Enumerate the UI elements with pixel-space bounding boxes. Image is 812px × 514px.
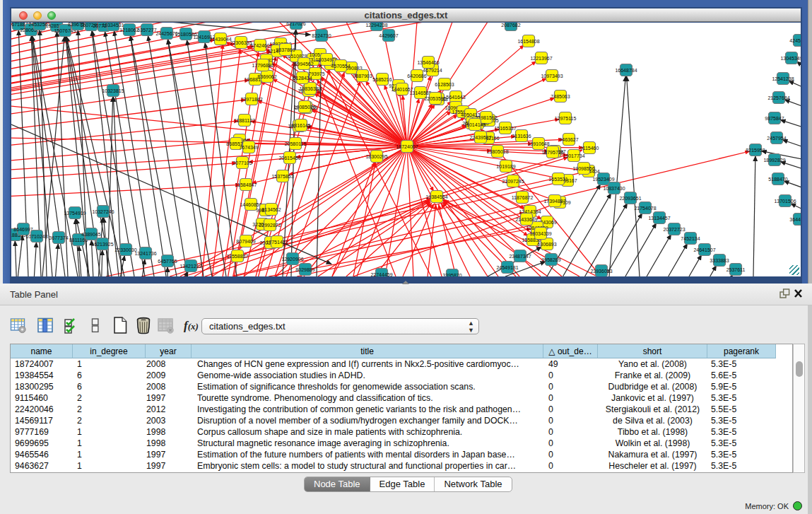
svg-text:13421212: 13421212 xyxy=(180,264,201,269)
svg-text:10327246: 10327246 xyxy=(92,209,114,214)
svg-text:19098556: 19098556 xyxy=(572,166,594,171)
svg-text:20372723: 20372723 xyxy=(663,227,685,232)
svg-text:1019189: 1019189 xyxy=(496,164,515,169)
svg-text:18300295: 18300295 xyxy=(365,154,387,159)
svg-text:22992872: 22992872 xyxy=(259,223,281,228)
svg-text:13754919: 13754919 xyxy=(64,211,86,216)
svg-text:11876872: 11876872 xyxy=(512,195,534,200)
svg-text:6217026: 6217026 xyxy=(286,23,305,26)
svg-text:12213967: 12213967 xyxy=(530,56,552,61)
svg-text:19384554: 19384554 xyxy=(425,194,447,199)
svg-text:23936053: 23936053 xyxy=(590,269,612,274)
svg-text:22053595: 22053595 xyxy=(424,96,446,101)
svg-text:21257684: 21257684 xyxy=(767,95,789,100)
svg-text:3677374: 3677374 xyxy=(49,235,68,240)
svg-text:22744459: 22744459 xyxy=(370,272,392,277)
svg-text:6306893: 6306893 xyxy=(537,242,556,247)
svg-text:18795716: 18795716 xyxy=(541,150,563,155)
svg-text:9875847: 9875847 xyxy=(765,116,784,121)
svg-text:8646997: 8646997 xyxy=(13,227,33,232)
svg-text:21433649: 21433649 xyxy=(515,217,537,222)
svg-text:9837869: 9837869 xyxy=(276,47,295,52)
svg-text:15375853: 15375853 xyxy=(271,174,293,179)
svg-text:17394887: 17394887 xyxy=(543,199,565,204)
svg-text:22439587: 22439587 xyxy=(469,135,491,140)
svg-text:14460856: 14460856 xyxy=(240,202,261,207)
svg-text:5685216: 5685216 xyxy=(372,77,392,82)
svg-text:13134457: 13134457 xyxy=(648,216,670,221)
svg-text:12541238: 12541238 xyxy=(772,76,794,81)
svg-text:2457954: 2457954 xyxy=(767,136,786,141)
svg-text:11584847: 11584847 xyxy=(235,182,257,187)
svg-text:4245263: 4245263 xyxy=(789,38,801,43)
svg-text:13546466: 13546466 xyxy=(417,60,439,65)
svg-text:17751421: 17751421 xyxy=(266,240,288,245)
svg-text:19085076: 19085076 xyxy=(293,105,315,110)
svg-text:24549181: 24549181 xyxy=(496,265,518,270)
svg-text:4570554: 4570554 xyxy=(331,64,350,69)
svg-text:10323815: 10323815 xyxy=(102,88,124,93)
svg-text:8224730: 8224730 xyxy=(312,33,331,38)
svg-text:21754078: 21754078 xyxy=(634,206,656,211)
svg-text:7452134: 7452134 xyxy=(681,236,700,241)
svg-text:8029889: 8029889 xyxy=(295,267,314,272)
svg-text:13241736: 13241736 xyxy=(134,251,156,256)
svg-text:13146585: 13146585 xyxy=(409,90,431,95)
svg-text:6457765: 6457765 xyxy=(158,259,177,264)
svg-text:22093651: 22093651 xyxy=(619,196,641,201)
svg-text:8079409: 8079409 xyxy=(236,239,255,244)
svg-text:11014145: 11014145 xyxy=(464,122,486,127)
svg-text:10837430: 10837430 xyxy=(603,186,625,191)
svg-text:24641507: 24641507 xyxy=(693,247,715,252)
svg-text:6994562: 6994562 xyxy=(294,62,313,66)
svg-text:19017734: 19017734 xyxy=(563,153,584,158)
svg-text:18724007: 18724007 xyxy=(396,144,418,149)
svg-text:13701506: 13701506 xyxy=(774,199,796,204)
svg-text:7485063: 7485063 xyxy=(551,94,570,99)
svg-text:6128434: 6128434 xyxy=(293,76,312,81)
svg-text:1218062: 1218062 xyxy=(119,28,139,33)
svg-text:20580115: 20580115 xyxy=(285,141,307,146)
svg-text:8134562: 8134562 xyxy=(261,207,281,212)
svg-text:12294238: 12294238 xyxy=(365,23,387,28)
svg-text:9816145: 9816145 xyxy=(291,123,310,128)
svg-text:9887903: 9887903 xyxy=(353,74,372,78)
svg-text:13910648: 13910648 xyxy=(527,141,549,146)
svg-text:3395870: 3395870 xyxy=(442,273,461,277)
svg-text:12975115: 12975115 xyxy=(555,116,577,121)
svg-text:3644095: 3644095 xyxy=(789,217,801,222)
svg-text:22330030: 22330030 xyxy=(114,247,136,252)
svg-text:2087682: 2087682 xyxy=(501,23,520,28)
svg-text:11558837: 11558837 xyxy=(227,254,249,259)
svg-text:22306335: 22306335 xyxy=(230,40,252,45)
svg-text:3333883: 3333883 xyxy=(710,258,729,263)
svg-text:13045349: 13045349 xyxy=(780,56,801,61)
svg-text:6357277: 6357277 xyxy=(137,28,156,33)
svg-text:13805018: 13805018 xyxy=(486,149,508,154)
svg-text:8369062: 8369062 xyxy=(257,74,276,79)
svg-text:16648784: 16648784 xyxy=(615,68,637,73)
svg-text:4429607: 4429607 xyxy=(379,33,398,38)
svg-text:16154808: 16154808 xyxy=(517,39,539,44)
svg-text:21097245: 21097245 xyxy=(502,179,524,184)
svg-text:4389045: 4389045 xyxy=(81,232,100,237)
svg-text:9463627: 9463627 xyxy=(559,137,578,142)
svg-text:15165337: 15165337 xyxy=(494,126,516,131)
svg-text:20615450: 20615450 xyxy=(278,156,300,160)
svg-text:8215958: 8215958 xyxy=(746,148,765,153)
svg-text:7674349: 7674349 xyxy=(239,145,258,150)
svg-text:10710248: 10710248 xyxy=(25,234,47,239)
svg-text:19523409: 19523409 xyxy=(592,177,614,182)
svg-text:17796882: 17796882 xyxy=(252,63,273,68)
svg-text:18034339: 18034339 xyxy=(529,231,551,236)
svg-text:18034970: 18034970 xyxy=(315,57,337,62)
svg-text:10973493: 10973493 xyxy=(541,74,563,78)
svg-text:6128503: 6128503 xyxy=(435,82,454,87)
svg-text:5188470: 5188470 xyxy=(768,177,787,182)
svg-text:19836388: 19836388 xyxy=(299,86,321,91)
svg-text:23971842: 23971842 xyxy=(240,97,262,102)
svg-text:9115460: 9115460 xyxy=(580,146,599,151)
svg-text:5641643: 5641643 xyxy=(446,95,465,100)
svg-text:12920906: 12920906 xyxy=(281,257,303,262)
svg-text:1653531: 1653531 xyxy=(548,177,567,182)
